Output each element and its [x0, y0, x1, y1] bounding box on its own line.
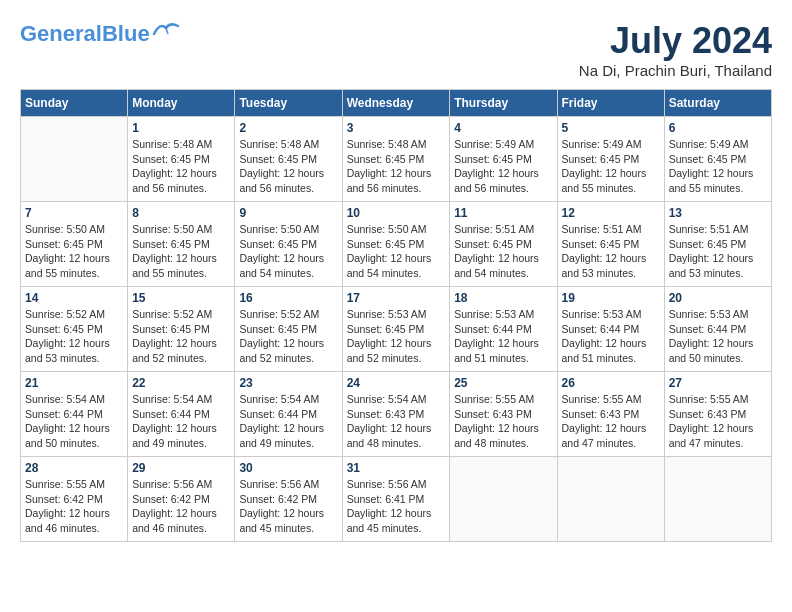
- logo-text: GeneralBlue: [20, 23, 150, 45]
- day-number: 4: [454, 121, 552, 135]
- calendar-cell: 30Sunrise: 5:56 AMSunset: 6:42 PMDayligh…: [235, 457, 342, 542]
- month-year-title: July 2024: [579, 20, 772, 62]
- page-header: GeneralBlue July 2024 Na Di, Prachin Bur…: [20, 20, 772, 79]
- weekday-header-thursday: Thursday: [450, 90, 557, 117]
- day-number: 13: [669, 206, 767, 220]
- day-info: Sunrise: 5:56 AMSunset: 6:42 PMDaylight:…: [239, 477, 337, 536]
- day-info: Sunrise: 5:55 AMSunset: 6:42 PMDaylight:…: [25, 477, 123, 536]
- day-number: 26: [562, 376, 660, 390]
- calendar-cell: [450, 457, 557, 542]
- calendar-cell: 15Sunrise: 5:52 AMSunset: 6:45 PMDayligh…: [128, 287, 235, 372]
- day-number: 11: [454, 206, 552, 220]
- day-number: 18: [454, 291, 552, 305]
- calendar-cell: 5Sunrise: 5:49 AMSunset: 6:45 PMDaylight…: [557, 117, 664, 202]
- weekday-header-wednesday: Wednesday: [342, 90, 450, 117]
- calendar-week-5: 28Sunrise: 5:55 AMSunset: 6:42 PMDayligh…: [21, 457, 772, 542]
- calendar-cell: 28Sunrise: 5:55 AMSunset: 6:42 PMDayligh…: [21, 457, 128, 542]
- calendar-cell: 18Sunrise: 5:53 AMSunset: 6:44 PMDayligh…: [450, 287, 557, 372]
- calendar-cell: 25Sunrise: 5:55 AMSunset: 6:43 PMDayligh…: [450, 372, 557, 457]
- calendar-cell: 4Sunrise: 5:49 AMSunset: 6:45 PMDaylight…: [450, 117, 557, 202]
- day-info: Sunrise: 5:53 AMSunset: 6:45 PMDaylight:…: [347, 307, 446, 366]
- day-number: 2: [239, 121, 337, 135]
- day-number: 14: [25, 291, 123, 305]
- calendar-cell: 8Sunrise: 5:50 AMSunset: 6:45 PMDaylight…: [128, 202, 235, 287]
- day-info: Sunrise: 5:51 AMSunset: 6:45 PMDaylight:…: [454, 222, 552, 281]
- day-number: 24: [347, 376, 446, 390]
- logo-bird-icon: [152, 20, 180, 40]
- calendar-cell: [21, 117, 128, 202]
- calendar-week-2: 7Sunrise: 5:50 AMSunset: 6:45 PMDaylight…: [21, 202, 772, 287]
- calendar-cell: 10Sunrise: 5:50 AMSunset: 6:45 PMDayligh…: [342, 202, 450, 287]
- day-number: 15: [132, 291, 230, 305]
- day-info: Sunrise: 5:55 AMSunset: 6:43 PMDaylight:…: [562, 392, 660, 451]
- logo: GeneralBlue: [20, 20, 180, 48]
- location-subtitle: Na Di, Prachin Buri, Thailand: [579, 62, 772, 79]
- weekday-header-monday: Monday: [128, 90, 235, 117]
- calendar-cell: 23Sunrise: 5:54 AMSunset: 6:44 PMDayligh…: [235, 372, 342, 457]
- day-number: 17: [347, 291, 446, 305]
- day-number: 10: [347, 206, 446, 220]
- calendar-header: SundayMondayTuesdayWednesdayThursdayFrid…: [21, 90, 772, 117]
- calendar-cell: 2Sunrise: 5:48 AMSunset: 6:45 PMDaylight…: [235, 117, 342, 202]
- day-info: Sunrise: 5:50 AMSunset: 6:45 PMDaylight:…: [347, 222, 446, 281]
- day-info: Sunrise: 5:50 AMSunset: 6:45 PMDaylight:…: [132, 222, 230, 281]
- day-number: 31: [347, 461, 446, 475]
- day-number: 25: [454, 376, 552, 390]
- day-info: Sunrise: 5:56 AMSunset: 6:42 PMDaylight:…: [132, 477, 230, 536]
- day-info: Sunrise: 5:48 AMSunset: 6:45 PMDaylight:…: [347, 137, 446, 196]
- calendar-cell: 29Sunrise: 5:56 AMSunset: 6:42 PMDayligh…: [128, 457, 235, 542]
- day-number: 1: [132, 121, 230, 135]
- calendar-cell: 3Sunrise: 5:48 AMSunset: 6:45 PMDaylight…: [342, 117, 450, 202]
- day-info: Sunrise: 5:49 AMSunset: 6:45 PMDaylight:…: [562, 137, 660, 196]
- calendar-cell: 31Sunrise: 5:56 AMSunset: 6:41 PMDayligh…: [342, 457, 450, 542]
- day-info: Sunrise: 5:54 AMSunset: 6:44 PMDaylight:…: [25, 392, 123, 451]
- day-info: Sunrise: 5:49 AMSunset: 6:45 PMDaylight:…: [669, 137, 767, 196]
- day-number: 9: [239, 206, 337, 220]
- day-info: Sunrise: 5:51 AMSunset: 6:45 PMDaylight:…: [669, 222, 767, 281]
- day-number: 22: [132, 376, 230, 390]
- day-number: 8: [132, 206, 230, 220]
- day-number: 6: [669, 121, 767, 135]
- calendar-cell: 17Sunrise: 5:53 AMSunset: 6:45 PMDayligh…: [342, 287, 450, 372]
- day-number: 7: [25, 206, 123, 220]
- day-number: 28: [25, 461, 123, 475]
- day-info: Sunrise: 5:51 AMSunset: 6:45 PMDaylight:…: [562, 222, 660, 281]
- day-info: Sunrise: 5:53 AMSunset: 6:44 PMDaylight:…: [562, 307, 660, 366]
- calendar-cell: 27Sunrise: 5:55 AMSunset: 6:43 PMDayligh…: [664, 372, 771, 457]
- calendar-cell: 14Sunrise: 5:52 AMSunset: 6:45 PMDayligh…: [21, 287, 128, 372]
- calendar-week-3: 14Sunrise: 5:52 AMSunset: 6:45 PMDayligh…: [21, 287, 772, 372]
- calendar-body: 1Sunrise: 5:48 AMSunset: 6:45 PMDaylight…: [21, 117, 772, 542]
- day-info: Sunrise: 5:54 AMSunset: 6:44 PMDaylight:…: [132, 392, 230, 451]
- calendar-week-1: 1Sunrise: 5:48 AMSunset: 6:45 PMDaylight…: [21, 117, 772, 202]
- day-number: 16: [239, 291, 337, 305]
- calendar-cell: 13Sunrise: 5:51 AMSunset: 6:45 PMDayligh…: [664, 202, 771, 287]
- weekday-header-friday: Friday: [557, 90, 664, 117]
- day-number: 27: [669, 376, 767, 390]
- day-info: Sunrise: 5:50 AMSunset: 6:45 PMDaylight:…: [25, 222, 123, 281]
- calendar-cell: 1Sunrise: 5:48 AMSunset: 6:45 PMDaylight…: [128, 117, 235, 202]
- calendar-cell: 20Sunrise: 5:53 AMSunset: 6:44 PMDayligh…: [664, 287, 771, 372]
- day-info: Sunrise: 5:48 AMSunset: 6:45 PMDaylight:…: [239, 137, 337, 196]
- day-number: 29: [132, 461, 230, 475]
- calendar-cell: 22Sunrise: 5:54 AMSunset: 6:44 PMDayligh…: [128, 372, 235, 457]
- day-info: Sunrise: 5:52 AMSunset: 6:45 PMDaylight:…: [239, 307, 337, 366]
- day-info: Sunrise: 5:53 AMSunset: 6:44 PMDaylight:…: [669, 307, 767, 366]
- calendar-cell: 7Sunrise: 5:50 AMSunset: 6:45 PMDaylight…: [21, 202, 128, 287]
- weekday-header-tuesday: Tuesday: [235, 90, 342, 117]
- weekday-header-sunday: Sunday: [21, 90, 128, 117]
- day-info: Sunrise: 5:52 AMSunset: 6:45 PMDaylight:…: [25, 307, 123, 366]
- day-info: Sunrise: 5:50 AMSunset: 6:45 PMDaylight:…: [239, 222, 337, 281]
- day-number: 20: [669, 291, 767, 305]
- day-number: 21: [25, 376, 123, 390]
- weekday-header-row: SundayMondayTuesdayWednesdayThursdayFrid…: [21, 90, 772, 117]
- calendar-cell: 24Sunrise: 5:54 AMSunset: 6:43 PMDayligh…: [342, 372, 450, 457]
- calendar-table: SundayMondayTuesdayWednesdayThursdayFrid…: [20, 89, 772, 542]
- calendar-cell: 11Sunrise: 5:51 AMSunset: 6:45 PMDayligh…: [450, 202, 557, 287]
- day-number: 12: [562, 206, 660, 220]
- day-info: Sunrise: 5:49 AMSunset: 6:45 PMDaylight:…: [454, 137, 552, 196]
- calendar-cell: 19Sunrise: 5:53 AMSunset: 6:44 PMDayligh…: [557, 287, 664, 372]
- day-info: Sunrise: 5:52 AMSunset: 6:45 PMDaylight:…: [132, 307, 230, 366]
- calendar-cell: 9Sunrise: 5:50 AMSunset: 6:45 PMDaylight…: [235, 202, 342, 287]
- day-info: Sunrise: 5:55 AMSunset: 6:43 PMDaylight:…: [454, 392, 552, 451]
- calendar-cell: 21Sunrise: 5:54 AMSunset: 6:44 PMDayligh…: [21, 372, 128, 457]
